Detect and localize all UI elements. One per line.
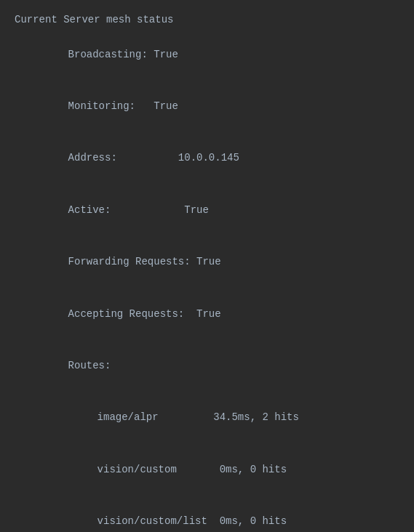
accepting-line: Accepting Requests: True: [15, 289, 399, 340]
route-path-2: vision/custom: [97, 464, 220, 475]
route-stats-1: 34.5ms, 2 hits: [213, 411, 299, 423]
route-vision-custom: vision/custom 0ms, 0 hits: [15, 444, 399, 496]
route-image-alpr: image/alpr 34.5ms, 2 hits: [15, 392, 399, 444]
accepting-value: True: [196, 308, 221, 320]
address-value: 10.0.0.145: [178, 152, 239, 164]
accepting-key: Accepting Requests:: [68, 308, 196, 320]
broadcasting-value: True: [154, 49, 178, 60]
active-value: True: [184, 204, 209, 216]
forwarding-key: Forwarding Requests:: [68, 256, 196, 267]
address-key: Address:: [68, 152, 178, 164]
active-line: Active: True: [15, 185, 399, 236]
route-vision-custom-list: vision/custom/list 0ms, 0 hits: [15, 496, 399, 532]
monitoring-line: Monitoring: True: [15, 81, 399, 132]
broadcasting-line: Broadcasting: True: [15, 29, 399, 81]
broadcasting-key: Broadcasting:: [68, 49, 154, 60]
route-stats-3: 0ms, 0 hits: [220, 515, 287, 527]
forwarding-value: True: [196, 256, 221, 267]
active-key: Active:: [68, 204, 185, 216]
forwarding-line: Forwarding Requests: True: [15, 236, 399, 288]
route-stats-2: 0ms, 0 hits: [220, 464, 287, 475]
address-line: Address: 10.0.0.145: [15, 133, 399, 185]
route-path-1: image/alpr: [97, 411, 214, 423]
monitoring-key: Monitoring:: [68, 100, 148, 112]
route-path-3: vision/custom/list: [97, 515, 220, 527]
current-server-title: Current Server mesh status: [15, 12, 399, 29]
routes-label: Routes:: [15, 340, 399, 392]
current-server-section: Current Server mesh status Broadcasting:…: [15, 12, 399, 532]
monitoring-value: True: [148, 100, 178, 112]
